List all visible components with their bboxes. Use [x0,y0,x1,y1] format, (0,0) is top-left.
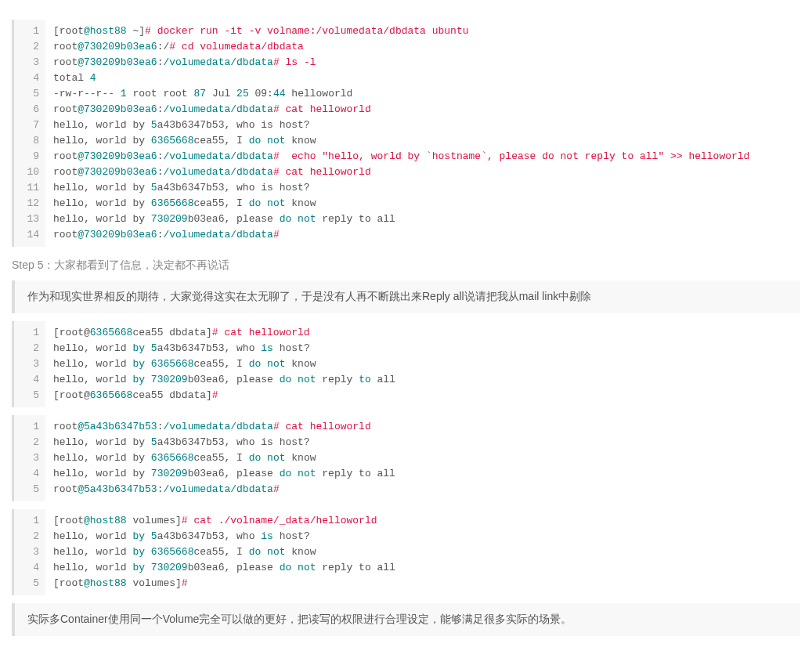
code-token [145,530,151,542]
code-token: not [267,452,285,464]
code-line: hello, world by 730209b03ea6, please do … [53,372,792,388]
line-number: 3 [17,55,39,71]
code-token: [root [53,25,84,37]
code-token: not [267,197,285,209]
code-token: do [249,358,262,370]
code-token: know [285,135,316,146]
code-line: hello, world by 5a43b6347b53, who is hos… [53,435,792,450]
code-line: root@730209b03ea6:/volumedata/dbdata# ca… [53,165,792,180]
code-line: hello, world by 6365668cea55, I do not k… [53,356,792,372]
code-token: a43b6347b53, who is host? [157,182,310,193]
code-token: @730209b03ea6 [78,229,157,240]
code-token: know [285,452,316,464]
code-token: root [53,41,78,52]
code-line: root@730209b03ea6:/volumedata/dbdata# ca… [53,102,792,118]
code-token: # [273,229,280,240]
code-token: # cat helloworld [212,327,310,338]
code-token: a43b6347b53, who is host? [157,436,310,448]
code-token: 730209 [151,562,188,573]
line-number: 2 [17,341,39,356]
code-token: know [285,197,316,209]
code-token: a43b6347b53, who [157,530,262,542]
code-line: root@730209b03ea6:/volumedata/dbdata# ls… [53,55,792,71]
code-token: cea55, I [193,546,248,558]
line-number: 13 [17,212,39,227]
line-number: 5 [17,86,39,102]
code-token: 5 [151,530,157,542]
code-token [261,452,267,464]
line-numbers: 12345 [14,415,45,501]
code-token: do [280,562,292,573]
code-token: hello, world [53,562,132,573]
code-token: /volumedata/dbdata [163,483,272,495]
code-token: # cat ./volname/_data/helloworld [182,515,377,526]
code-token: 6365668 [151,358,194,370]
code-token: @730209b03ea6 [78,56,157,68]
code-block-4: 12345 [root@host88 volumes]# cat ./volna… [12,509,800,595]
code-token: # cat helloworld [273,421,371,432]
code-token: hello, world by [53,119,151,131]
code-token [145,562,151,573]
code-token: root [53,229,78,240]
code-token: not [267,135,285,146]
line-number: 14 [17,227,39,243]
code-token: # [212,389,218,401]
line-number: 1 [17,513,39,529]
line-number: 4 [17,71,39,86]
code-token [291,213,298,225]
code-token: reply [316,374,359,385]
code-content[interactable]: root@5a43b6347b53:/volumedata/dbdata# ca… [45,415,800,501]
code-token: 730209 [151,213,188,225]
code-token: # [273,150,280,162]
code-token: to [359,374,371,385]
code-token: @5a43b6347b53 [78,483,157,495]
line-number: 4 [17,466,39,482]
code-token: 730209 [151,468,188,479]
code-token: 6365668 [151,452,194,464]
code-token: hello, world by [53,182,151,193]
step-title: Step 5：大家都看到了信息，决定都不再说话 [12,259,800,273]
code-token: ~] [127,25,145,37]
code-token [291,468,298,479]
code-token: cea55 dbdata] [132,389,211,401]
code-token: cea55, I [193,135,248,146]
code-token: do [249,452,262,464]
code-token [291,562,298,573]
code-content[interactable]: [root@host88 volumes]# cat ./volname/_da… [45,509,800,595]
code-token: b03ea6, please [188,213,280,225]
code-content[interactable]: [root@host88 ~]# docker run -it -v volna… [45,20,800,247]
code-token: # cd volumedata/dbdata [169,41,304,52]
code-token: by [132,374,145,385]
code-token: 730209 [151,374,188,385]
code-line: hello, world by 5a43b6347b53, who is hos… [53,180,792,196]
code-line: total 4 [53,71,792,86]
code-content[interactable]: [root@6365668cea55 dbdata]# cat hellowor… [45,321,800,407]
code-token: 87 [193,88,206,99]
code-token: @host88 [84,25,127,37]
code-token: 5 [151,342,157,354]
code-token: 5 [151,436,157,448]
line-number: 4 [17,372,39,388]
code-token: # ls -l [273,56,316,68]
code-token: # docker run -it -v volname:/volumedata/… [145,25,468,37]
code-token: @730209b03ea6 [78,41,157,52]
code-token: a43b6347b53, who [157,342,262,354]
code-line: root@730209b03ea6:/volumedata/dbdata# [53,227,792,243]
code-token: do [249,546,262,558]
code-token: cea55, I [193,197,248,209]
line-number: 1 [17,325,39,341]
code-token: -rw-r--r-- [53,88,121,99]
code-token: host? [273,530,310,542]
code-line: root@730209b03ea6:/volumedata/dbdata# ec… [53,149,792,165]
code-token: [root@ [53,327,90,338]
code-line: root@730209b03ea6:/# cd volumedata/dbdat… [53,39,792,55]
code-token: do [280,468,292,479]
code-line: hello, world by 6365668cea55, I do not k… [53,133,792,149]
code-line: hello, world by 5a43b6347b53, who is hos… [53,341,792,356]
line-numbers: 12345 [14,321,45,407]
code-token: root [53,150,78,162]
code-token: /volumedata/dbdata [163,166,272,178]
code-token: by [132,358,145,370]
code-token: /volumedata/dbdata [163,103,272,115]
code-token: 6365668 [90,327,133,338]
